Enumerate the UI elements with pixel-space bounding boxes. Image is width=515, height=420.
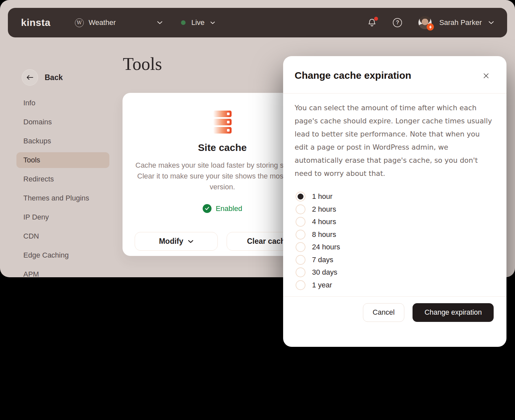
chevron-down-icon: [210, 21, 215, 24]
radio-option-24-hours[interactable]: 24 hours: [296, 241, 340, 254]
radio-option-8-hours[interactable]: 8 hours: [296, 228, 340, 241]
sidebar-item-edge-caching[interactable]: Edge Caching: [16, 247, 109, 263]
radio-button[interactable]: [296, 230, 305, 240]
notification-dot: [374, 17, 378, 21]
back-button[interactable]: Back: [22, 69, 63, 86]
server-stack-icon: [213, 111, 232, 134]
change-expiration-button[interactable]: Change expiration: [413, 303, 494, 322]
environment-selector[interactable]: Live: [181, 18, 215, 27]
radio-label: 8 hours: [312, 230, 336, 239]
sidebar-item-ip-deny[interactable]: IP Deny: [16, 209, 109, 225]
radio-label: 30 days: [312, 268, 337, 277]
arrow-left-icon[interactable]: [22, 69, 38, 86]
back-label: Back: [45, 73, 63, 82]
radio-button[interactable]: [296, 255, 305, 265]
radio-label: 1 hour: [312, 192, 332, 201]
status-badge: Enabled: [216, 204, 242, 213]
radio-button[interactable]: [296, 217, 305, 227]
sidebar-item-cdn[interactable]: CDN: [16, 228, 109, 244]
radio-label: 1 year: [312, 281, 332, 289]
site-selector-label: Weather: [89, 18, 116, 27]
chevron-down-icon: [188, 240, 193, 243]
radio-option-4-hours[interactable]: 4 hours: [296, 216, 340, 228]
radio-option-30-days[interactable]: 30 days: [296, 266, 340, 279]
radio-button[interactable]: [296, 204, 305, 214]
radio-label: 7 days: [312, 256, 333, 264]
live-status-dot: [181, 20, 186, 25]
user-avatar[interactable]: [418, 16, 432, 29]
modal-title: Change cache expiration: [295, 70, 411, 81]
radio-option-2-hours[interactable]: 2 hours: [296, 203, 340, 216]
sidebar-item-redirects[interactable]: Redirects: [16, 171, 109, 187]
radio-option-1-year[interactable]: 1 year: [296, 279, 340, 292]
radio-label: 2 hours: [312, 205, 336, 214]
lightning-badge-icon: [427, 23, 434, 31]
radio-label: 24 hours: [312, 243, 340, 251]
check-circle-icon: [203, 204, 212, 213]
site-selector[interactable]: W Weather: [75, 18, 116, 27]
notifications-button[interactable]: [368, 18, 376, 27]
modal-description: You can select the amount of time after …: [295, 101, 494, 180]
wordpress-icon: W: [75, 18, 84, 27]
sidebar-item-backups[interactable]: Backups: [16, 133, 109, 149]
radio-button[interactable]: [296, 267, 305, 277]
radio-option-7-days[interactable]: 7 days: [296, 254, 340, 266]
chevron-down-icon[interactable]: [157, 21, 163, 24]
cancel-button[interactable]: Cancel: [363, 303, 405, 322]
help-icon[interactable]: ?: [393, 18, 402, 27]
modify-label: Modify: [159, 237, 183, 246]
radio-option-1-hour[interactable]: 1 hour: [296, 190, 340, 203]
sidebar-item-tools[interactable]: Tools: [16, 152, 109, 168]
modal-header: Change cache expiration: [283, 56, 506, 94]
expiration-options-list: 1 hour 2 hours 4 hours 8 hours 24 hours …: [296, 190, 340, 291]
topbar-right-group: ? Sarah Parker: [368, 16, 494, 29]
sidebar-item-info[interactable]: Info: [16, 95, 109, 111]
radio-button[interactable]: [296, 242, 305, 252]
environment-label: Live: [191, 18, 204, 27]
close-icon[interactable]: [481, 71, 491, 81]
change-cache-expiration-modal: Change cache expiration You can select t…: [283, 56, 506, 347]
sidebar-item-apm[interactable]: APM: [16, 266, 109, 277]
sidebar-item-domains[interactable]: Domains: [16, 114, 109, 130]
radio-button[interactable]: [296, 192, 305, 201]
modal-footer: Cancel Change expiration: [283, 296, 506, 322]
sidebar-item-themes-and-plugins[interactable]: Themes and Plugins: [16, 190, 109, 206]
chevron-down-icon[interactable]: [488, 21, 494, 24]
top-navbar: kinsta W Weather Live ?: [8, 8, 507, 37]
modify-button[interactable]: Modify: [135, 232, 218, 251]
user-name[interactable]: Sarah Parker: [439, 18, 482, 27]
sidebar-menu: Info Domains Backups Tools Redirects The…: [16, 95, 109, 277]
kinsta-logo[interactable]: kinsta: [21, 17, 51, 28]
page-title: Tools: [123, 54, 162, 74]
radio-label: 4 hours: [312, 218, 336, 226]
radio-button[interactable]: [296, 280, 305, 290]
